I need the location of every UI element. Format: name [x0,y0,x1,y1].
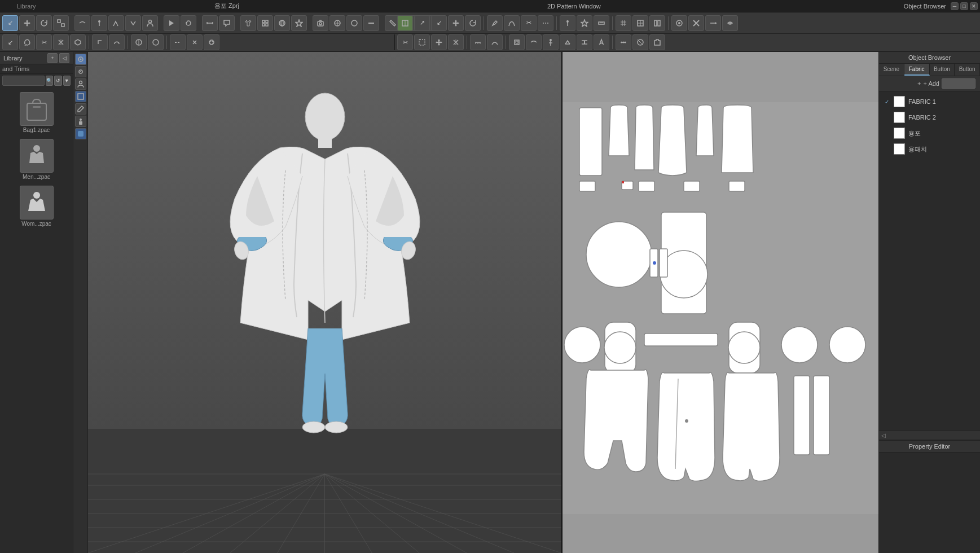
grid-btn[interactable] [257,15,273,31]
2d-extra-btn[interactable] [722,15,738,31]
rotate-tool-btn[interactable] [36,15,52,31]
circle-marker-btn[interactable] [346,15,362,31]
scale-tool-btn[interactable] [53,15,69,31]
maximize-button[interactable]: □ [960,2,968,10]
texture-btn[interactable] [274,15,290,31]
2d-grid-btn[interactable] [616,15,631,31]
2d-move-btn[interactable] [448,15,464,31]
minimize-button[interactable]: ─ [951,2,959,10]
sec-curve-btn[interactable] [109,34,125,50]
2d-sec-sym-btn[interactable] [448,34,464,50]
2d-ruler-btn[interactable] [594,15,609,31]
2d-sec-internal-btn[interactable] [509,34,525,50]
2d-sec-move-btn[interactable] [431,34,447,50]
measure-btn[interactable] [202,15,218,31]
brush-tool-btn[interactable] [75,103,86,115]
library-item-men[interactable]: Men...zpac [2,137,71,182]
select-tool-btn[interactable]: ↙ [2,15,18,31]
library-add-btn[interactable]: + [47,53,58,63]
library-refresh-btn[interactable]: ↺ [54,76,61,86]
2d-seam-btn[interactable] [538,15,553,31]
frame-tool-btn[interactable] [75,91,86,102]
library-search-input[interactable] [2,76,45,86]
close-button[interactable]: ✕ [970,2,978,10]
sec-mirror-btn[interactable] [53,34,69,50]
simulate-btn[interactable] [164,15,179,31]
2d-sec-dart-btn[interactable] [594,34,609,50]
2d-select-btn[interactable]: ↗ [414,15,430,31]
library-search-btn[interactable]: 🔍 [46,76,53,86]
sec-dart-btn[interactable] [131,34,147,50]
avatar-tool-btn[interactable] [75,78,86,90]
sec-select-btn[interactable]: ↙ [2,34,18,50]
library-filter-btn[interactable]: ▼ [63,76,71,86]
line-tool-btn[interactable] [363,15,379,31]
pattern-window-2d[interactable] [562,52,878,553]
snapshot-btn[interactable] [313,15,328,31]
tab-scene[interactable]: Scene [879,64,904,76]
tab-button2[interactable]: Button [955,64,980,76]
fabric-item-3[interactable]: 용포 [879,125,980,141]
2d-sec-extra-btn[interactable] [649,34,665,50]
2d-marker-btn[interactable] [577,15,592,31]
sec-point-btn[interactable] [92,34,108,50]
edit-seam-btn[interactable] [108,15,124,31]
library-item-bag[interactable]: Bag1.zpac [2,90,71,135]
sec-sym-btn[interactable] [70,34,86,50]
2d-grid2-btn[interactable] [632,15,648,31]
2d-sec-fold-btn[interactable] [560,34,575,50]
fabric-item-1[interactable]: ✓ FABRIC 1 [879,94,980,109]
sec-seam-btn[interactable] [187,34,203,50]
add-input-area[interactable] [942,78,975,89]
sec-button-btn[interactable] [204,34,219,50]
fabric-item-4[interactable]: 용패치 [879,141,980,157]
garment-btn[interactable] [240,15,256,31]
sec-lasso-btn[interactable] [19,34,35,50]
2d-pen-btn[interactable] [487,15,503,31]
2d-line-btn[interactable] [688,15,704,31]
fabric-check-1: ✓ [884,98,890,105]
tab-fabric[interactable]: Fabric [904,64,930,76]
2d-view-btn[interactable] [397,15,413,31]
fabric-item-2[interactable]: FABRIC 2 [879,109,980,125]
avatar-btn[interactable] [142,15,158,31]
2d-scissors-btn[interactable]: ✂ [521,15,537,31]
2d-sec-sew-btn[interactable] [616,34,631,50]
add-label: + [917,80,921,87]
panel-collapse-btn[interactable]: ◁ [879,431,980,440]
2d-sec-notch-btn[interactable] [577,34,592,50]
sew-tool-btn[interactable] [74,15,90,31]
center-marker-btn[interactable] [329,15,345,31]
2d-select2-btn[interactable]: ↙ [431,15,447,31]
person-tool-btn[interactable] [75,116,86,127]
blue-tool-btn[interactable] [75,128,86,139]
annotation-btn[interactable] [219,15,235,31]
light-btn[interactable] [291,15,307,31]
2d-sec-select-btn[interactable] [414,34,430,50]
2d-snap-btn[interactable] [671,15,687,31]
library-item-women[interactable]: Wom...zpac [2,183,71,229]
sec-stitch-btn[interactable] [170,34,186,50]
2d-pin-btn[interactable] [560,15,575,31]
library-back-btn[interactable]: ◁ [59,53,69,63]
2d-sec-snap-btn[interactable] [632,34,648,50]
viewport-3d[interactable] [88,52,562,553]
2d-arrow-btn[interactable] [705,15,721,31]
2d-sec-pin-btn[interactable] [543,34,559,50]
pin-tool-btn[interactable] [91,15,107,31]
2d-sec-scissors-btn[interactable]: ✂ [397,34,413,50]
fold-btn[interactable] [125,15,141,31]
2d-bezier-btn[interactable] [504,15,520,31]
reset-btn[interactable] [181,15,196,31]
sec-circle-btn[interactable] [148,34,164,50]
tab-button1[interactable]: Button [930,64,955,76]
2d-sec-line-btn[interactable] [487,34,503,50]
view-tool-btn[interactable] [75,54,86,65]
move-tool-btn[interactable] [19,15,35,31]
sec-cut-btn[interactable]: ✂ [36,34,52,50]
2d-pattern-btn[interactable] [649,15,665,31]
settings-tool-btn[interactable] [75,66,86,77]
2d-sec-stitch-btn[interactable] [526,34,542,50]
2d-rotate-btn[interactable] [465,15,481,31]
2d-sec-seam-btn[interactable] [470,34,486,50]
